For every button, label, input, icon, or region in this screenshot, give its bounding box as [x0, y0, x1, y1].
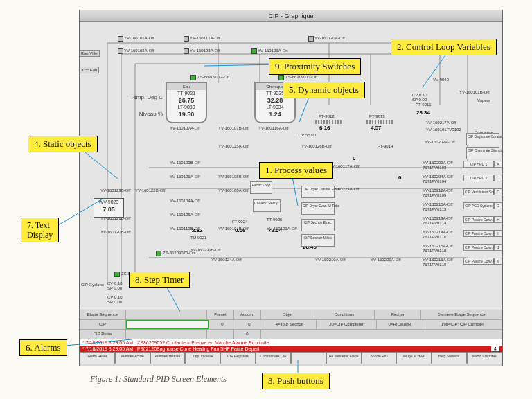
btn-r2[interactable]: CIP HRU 2 — [463, 175, 494, 181]
col-recipe: Recipe — [375, 310, 421, 319]
prox-icon[interactable] — [114, 272, 120, 277]
tag: 7671FV0109 — [423, 193, 446, 197]
sp-b: SP 0.00 — [107, 286, 122, 290]
label-temp: Temp. Deg C — [121, 94, 163, 100]
tank-eau[interactable]: Eau TT-9031 26.75 LT-9030 19.50 — [166, 82, 207, 123]
step-timer-cell[interactable] — [126, 320, 209, 329]
annot-alarms: 6. Alarms — [19, 339, 67, 356]
btn-r3[interactable]: CIP Ventilateur Sortie — [463, 188, 494, 195]
prox-a: ZS-86209072-On — [197, 75, 229, 79]
meter-icon — [315, 120, 343, 124]
annot-process-values: 1. Process values — [259, 162, 333, 179]
btn-alarmes-active[interactable]: Alarmes Active — [115, 352, 150, 364]
prox-icon[interactable] — [156, 251, 161, 256]
footer-row-pulse: CIP Pulse 0 — [80, 330, 502, 339]
letter-h: H — [494, 216, 502, 223]
tag: YV-160217A-Off — [426, 121, 456, 125]
btn-alarmes-histoire[interactable]: Alarmes Histoire — [150, 352, 186, 364]
valve-icon[interactable] — [118, 48, 123, 54]
btn-sech1[interactable]: CIP Sechoir Evac. — [301, 219, 335, 231]
valve-icon[interactable] — [118, 36, 123, 42]
valve-icon[interactable] — [308, 36, 314, 42]
btn-r8[interactable]: CIP Poudre Conv. Conduit 4 — [463, 258, 494, 265]
btn-deluge-hvac[interactable]: Deluge et HVAC — [396, 352, 432, 364]
footer: Etape Sequence Preset Accum. Objet Condi… — [80, 310, 502, 366]
label-vapeur: Vapeur — [477, 98, 490, 103]
btn-commandes-cip[interactable]: Commandes CIP — [256, 352, 291, 364]
btn-acid[interactable]: CIP Acid Recup. — [253, 200, 281, 212]
annot-proximity-switches: 9. Proximity Switches — [269, 58, 361, 75]
pv-pt9012: 6.16 — [319, 125, 330, 131]
tag: 7671FV0118 — [423, 249, 446, 253]
letter-k: K — [494, 258, 502, 265]
tank-a-lt: LT-9030 — [167, 104, 206, 111]
prox-icon[interactable] — [190, 75, 196, 80]
annot-dynamic-objects: 5. Dynamic objects — [283, 82, 365, 98]
footer-button-row: Alarm Reset Alarmes Active Alarmes Histo… — [80, 352, 502, 364]
tag-yv101b: YV-160101B-Off — [459, 90, 490, 94]
label: PT-9012 — [319, 114, 335, 118]
btn-mimic-chamber[interactable]: Mimic Chamber — [467, 352, 502, 364]
btn-r5[interactable]: CIP Poudre Conv. Conduit 1 — [463, 216, 494, 223]
btn-r4[interactable]: CIP PCC Cyclone — [463, 202, 494, 209]
btn-r6[interactable]: CIP Poudre Conv. Conduit 2 — [463, 230, 494, 237]
btn-dryer1[interactable]: CIP Dryer Conduit Evac. — [301, 186, 335, 198]
btn-tags-invisible[interactable]: Tags Invisible — [185, 352, 220, 364]
btn-cip-cheminee[interactable]: CIP Cheminée Silencieux — [466, 147, 499, 159]
btn-redemarrer-etape[interactable]: Re demarrer Etape — [326, 352, 362, 364]
cell: 0 — [209, 320, 236, 329]
tag: YV-160216A-Off — [423, 258, 453, 262]
btn-sech2[interactable]: CIP Sechoir Milieu — [301, 234, 335, 247]
side-btn-1[interactable]: Eau Ville — [80, 50, 100, 57]
tag: YV-160103B-Off — [170, 161, 200, 165]
btn-alarm-reset[interactable]: Alarm Reset — [80, 352, 115, 364]
valve-icon[interactable] — [184, 36, 189, 42]
col-dern: Derniere Etape Sequence — [421, 310, 502, 319]
prox-icon[interactable] — [278, 75, 284, 80]
letter-d: D — [494, 188, 502, 195]
btn-r7[interactable]: CIP Poudre Conv. Conduit 3 — [463, 244, 494, 251]
cell — [261, 330, 502, 339]
col-blank — [126, 310, 207, 319]
meter-icon — [366, 120, 394, 124]
wv9023-box[interactable]: WV-9023 7.05 — [94, 198, 124, 218]
cell: 0=R/Caus/R — [377, 320, 423, 329]
tag: 7671FV0103 — [423, 166, 446, 170]
pv-ft9024: 0.06 — [235, 227, 246, 233]
titlebar: CIP - Graphique — [80, 10, 502, 22]
tag: YV-160104A-Off — [170, 199, 200, 203]
alarm-row-1[interactable]: * 7/18/2019 8:29:05 AM ZS86209052 Contac… — [80, 339, 502, 346]
alarm1-text: ZS86209052 Contacteur Preuve en Marche A… — [137, 340, 269, 345]
tag-yv120a: YV-160120A-Off — [314, 36, 345, 40]
btn-berg[interactable]: Berg SurIndix. — [432, 352, 467, 364]
tag: YV-160209A-Off — [371, 258, 401, 262]
valve-icon[interactable] — [184, 48, 189, 54]
figure-caption: Figure 1: Standard PID Screen Elements — [90, 374, 227, 384]
side-btn-2[interactable]: X*** Eau — [80, 66, 99, 73]
alarm-row-2[interactable]: * 7/18/2019 8:29:05 AM P862120Baghouse C… — [80, 346, 502, 352]
footer-row-cip: CIP 0 0 4=Tour Sechoir 20=CIP Completer … — [80, 320, 502, 330]
btn-blank[interactable] — [291, 352, 326, 364]
pv-wv9023: 7.05 — [94, 206, 123, 213]
label: FT-9024 — [232, 220, 247, 224]
btn-recirc[interactable]: Recirc Loop — [250, 181, 272, 194]
tag: 7671FV0104 — [423, 179, 446, 184]
tag: YV-160214A-Off — [423, 230, 453, 234]
btn-dryer2[interactable]: CIP Dryer Evac. U Tube — [301, 202, 335, 215]
col-preset: Preset — [207, 310, 234, 319]
cell: 0 — [234, 330, 261, 339]
btn-cip-baghouse[interactable]: CIP Baghouse Conduit Evac. — [466, 133, 499, 145]
tag-vv9040: VV-9040 — [433, 78, 449, 82]
label: WV-9023 — [94, 199, 123, 206]
valve-icon[interactable] — [251, 48, 257, 54]
btn-cip-registers[interactable]: CIP Registers — [220, 352, 256, 364]
col-accum: Accum. — [234, 310, 261, 319]
tank-a-v2: 19.50 — [167, 111, 206, 118]
tank-b-v2: 1.24 — [256, 111, 294, 118]
col-objet: Objet — [261, 310, 314, 319]
btn-boucle-pid[interactable]: Boucle PID — [362, 352, 397, 364]
tank-a-v1: 26.75 — [167, 97, 206, 104]
alarm2-count: 4 — [491, 346, 499, 351]
btn-r1[interactable]: CIP HRU 1 — [463, 161, 494, 168]
pv-pt9011: 28.34 — [416, 109, 430, 116]
